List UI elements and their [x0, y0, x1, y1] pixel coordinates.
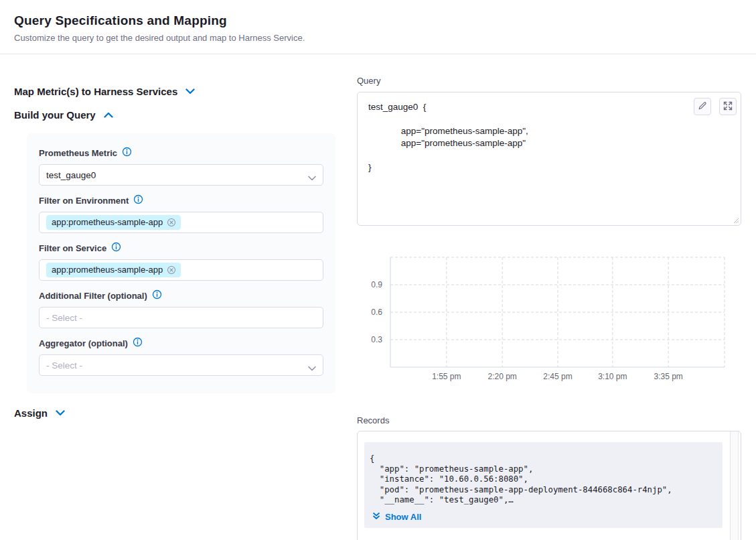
query-builder-column: Map Metric(s) to Harness Services Build … — [14, 86, 342, 418]
records-json: { "app": "prometheus-sample-app", "insta… — [370, 454, 716, 506]
filter-service-label: Filter on Service — [39, 243, 106, 253]
edit-query-button[interactable] — [694, 98, 711, 115]
svg-text:3:10 pm: 3:10 pm — [598, 372, 627, 381]
query-toolbar — [694, 98, 737, 115]
section-assign[interactable]: Assign — [14, 407, 342, 418]
svg-text:0.3: 0.3 — [371, 335, 382, 344]
svg-text:2:20 pm: 2:20 pm — [487, 372, 516, 381]
page-title: Query Specifications and Mapping — [14, 13, 740, 28]
info-icon[interactable] — [133, 194, 143, 206]
chevron-up-icon — [104, 112, 113, 118]
aggregator-label: Aggregator (optional) — [39, 338, 128, 348]
filter-environment-label: Filter on Environment — [39, 196, 129, 206]
records-content: { "app": "prometheus-sample-app", "insta… — [364, 442, 723, 528]
prometheus-metric-select[interactable]: test_gauge0 — [39, 164, 323, 186]
show-all-link[interactable]: Show All — [372, 512, 421, 523]
chevron-down-icon — [308, 173, 316, 183]
field-filter-service: Filter on Service app:prometheus-sample-… — [39, 241, 323, 281]
field-aggregator: Aggregator (optional) - Select - — [39, 336, 323, 376]
query-form-panel: Prometheus Metric test_gauge0 Filter on … — [27, 133, 335, 393]
section-assign-label: Assign — [14, 407, 48, 419]
info-icon[interactable] — [133, 337, 143, 349]
filter-service-input[interactable]: app:prometheus-sample-app — [39, 259, 323, 281]
chart-canvas: 0.30.60.91:55 pm2:20 pm2:45 pm3:10 pm3:3… — [357, 253, 729, 385]
svg-text:0.6: 0.6 — [371, 308, 382, 317]
info-icon[interactable] — [152, 289, 162, 301]
service-filter-tag-label: app:prometheus-sample-app — [52, 265, 163, 275]
metric-timeseries-chart: 0.30.60.91:55 pm2:20 pm2:45 pm3:10 pm3:3… — [357, 253, 729, 385]
svg-text:3:35 pm: 3:35 pm — [654, 372, 682, 381]
environment-filter-tag: app:prometheus-sample-app — [46, 215, 181, 230]
aggregator-label-row: Aggregator (optional) — [39, 336, 323, 350]
chevron-down-icon — [56, 410, 65, 416]
query-label: Query — [357, 76, 380, 86]
page-subtitle: Customize the query to get the desired o… — [14, 33, 740, 43]
additional-filter-input[interactable]: - Select - — [39, 307, 323, 328]
records-panel: { "app": "prometheus-sample-app", "insta… — [357, 431, 741, 540]
remove-tag-icon[interactable] — [167, 218, 176, 227]
query-preview-column: Query test_gauge0 { app="prometheus-samp… — [357, 74, 741, 540]
section-map-metrics[interactable]: Map Metric(s) to Harness Services — [14, 86, 342, 96]
resize-handle-icon[interactable] — [732, 216, 739, 224]
prometheus-metric-label: Prometheus Metric — [39, 148, 117, 158]
additional-filter-label: Additional Filter (optional) — [39, 291, 147, 301]
records-label: Records — [357, 415, 741, 425]
expand-query-button[interactable] — [719, 98, 737, 115]
chevron-down-icon — [185, 88, 195, 94]
prometheus-metric-value: test_gauge0 — [46, 170, 96, 180]
double-chevron-down-icon — [372, 512, 380, 523]
field-filter-environment: Filter on Environment app:prometheus-sam… — [39, 194, 323, 233]
svg-text:1:55 pm: 1:55 pm — [432, 372, 461, 381]
svg-text:2:45 pm: 2:45 pm — [543, 372, 572, 381]
section-map-metrics-label: Map Metric(s) to Harness Services — [14, 86, 177, 97]
aggregator-select[interactable]: - Select - — [39, 354, 323, 376]
service-filter-tag: app:prometheus-sample-app — [46, 263, 181, 277]
pencil-icon — [698, 101, 707, 113]
remove-tag-icon[interactable] — [167, 265, 176, 275]
prometheus-metric-label-row: Prometheus Metric — [39, 146, 323, 159]
info-icon[interactable] — [111, 242, 121, 254]
query-text[interactable]: test_gauge0 { app="prometheus-sample-app… — [358, 92, 741, 174]
expand-icon — [723, 101, 733, 113]
page-header: Query Specifications and Mapping Customi… — [0, 0, 756, 54]
info-icon[interactable] — [122, 147, 132, 159]
filter-environment-input[interactable]: app:prometheus-sample-app — [39, 212, 323, 233]
chevron-down-icon — [308, 363, 316, 373]
additional-filter-placeholder: - Select - — [46, 313, 82, 323]
field-prometheus-metric: Prometheus Metric test_gauge0 — [39, 146, 323, 186]
filter-service-label-row: Filter on Service — [39, 241, 323, 255]
filter-environment-label-row: Filter on Environment — [39, 194, 323, 207]
show-all-label: Show All — [385, 512, 421, 522]
svg-text:0.9: 0.9 — [371, 280, 382, 289]
field-additional-filter: Additional Filter (optional) - Select - — [39, 289, 323, 328]
query-editor: test_gauge0 { app="prometheus-sample-app… — [357, 92, 741, 226]
records-scrollbar[interactable] — [730, 431, 739, 540]
section-build-query-label: Build your Query — [14, 109, 96, 121]
section-build-query[interactable]: Build your Query — [14, 109, 342, 120]
aggregator-placeholder: - Select - — [46, 360, 82, 370]
additional-filter-label-row: Additional Filter (optional) — [39, 289, 323, 302]
environment-filter-tag-label: app:prometheus-sample-app — [52, 217, 163, 227]
